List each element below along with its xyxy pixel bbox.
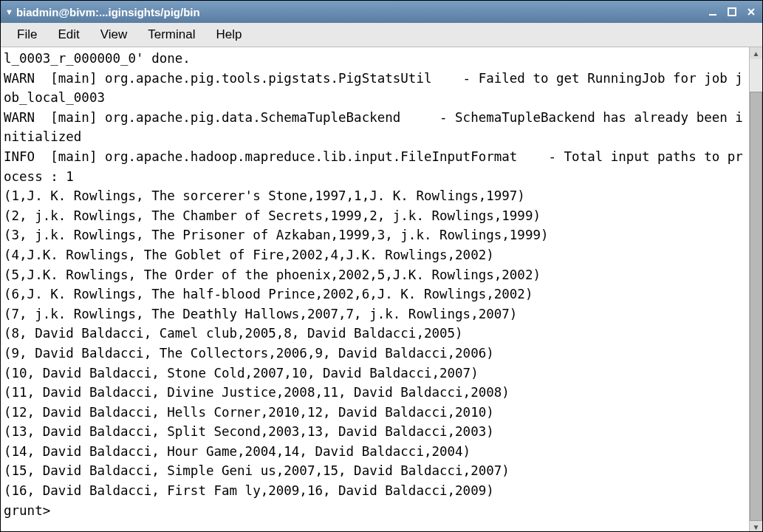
titlebar: ▼ biadmin@bivm:...iginsights/pig/bin [1,1,762,23]
menu-file[interactable]: File [7,24,47,45]
menubar: File Edit View Terminal Help [1,23,762,47]
maximize-button[interactable] [725,5,739,18]
window-menu-dropdown-icon[interactable]: ▼ [5,7,13,16]
menu-edit[interactable]: Edit [47,24,89,45]
scroll-up-button[interactable]: ▲ [750,47,762,59]
menu-view[interactable]: View [90,24,138,45]
scroll-thumb[interactable] [750,92,762,521]
vertical-scrollbar[interactable]: ▲ ▼ [749,47,762,532]
scroll-track[interactable] [750,59,762,521]
window-controls [706,5,758,18]
scroll-down-button[interactable]: ▼ [750,521,762,532]
svg-rect-1 [728,8,736,16]
terminal-output[interactable]: l_0003_r_000000_0' done. WARN [main] org… [1,47,749,532]
minimize-button[interactable] [706,5,719,18]
close-button[interactable] [745,5,758,18]
menu-help[interactable]: Help [206,24,253,45]
svg-rect-0 [709,14,716,16]
maximize-icon [727,7,737,17]
menu-terminal[interactable]: Terminal [137,24,205,45]
terminal-container: l_0003_r_000000_0' done. WARN [main] org… [1,47,762,532]
close-icon [746,7,756,17]
minimize-icon [708,7,718,17]
window-title: biadmin@bivm:...iginsights/pig/bin [16,6,706,18]
